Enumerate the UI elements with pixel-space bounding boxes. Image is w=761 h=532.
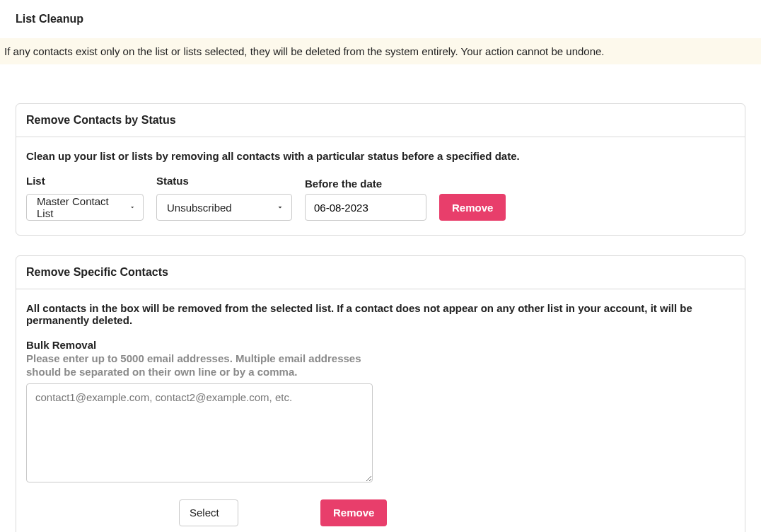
panel-body-status: Clean up your list or lists by removing … xyxy=(16,137,745,235)
page-title: List Cleanup xyxy=(0,0,761,38)
status-select-value: Unsubscribed xyxy=(167,202,232,214)
panel-header-status: Remove Contacts by Status xyxy=(16,104,745,137)
list-select-value: Master Contact List xyxy=(37,195,116,219)
bulk-actions-row: Select Remove xyxy=(179,499,735,526)
bulk-list-select[interactable]: Select xyxy=(179,499,238,526)
remove-by-status-button[interactable]: Remove xyxy=(439,194,506,221)
date-input[interactable] xyxy=(305,194,426,221)
date-field-group: Before the date xyxy=(305,178,426,221)
remove-specific-button[interactable]: Remove xyxy=(320,499,387,526)
status-select[interactable]: Unsubscribed xyxy=(156,194,292,221)
panel-remove-by-status: Remove Contacts by Status Clean up your … xyxy=(16,103,745,236)
caret-down-icon xyxy=(129,203,136,212)
bulk-removal-label: Bulk Removal xyxy=(26,339,735,351)
status-label: Status xyxy=(156,175,292,187)
status-form-row: List Master Contact List Status Unsubscr… xyxy=(26,175,735,221)
warning-banner: If any contacts exist only on the list o… xyxy=(0,38,761,64)
list-field-group: List Master Contact List xyxy=(26,175,144,221)
panel-body-specific: All contacts in the box will be removed … xyxy=(16,289,745,532)
caret-down-icon xyxy=(276,203,284,212)
content-area: Remove Contacts by Status Clean up your … xyxy=(0,64,761,532)
list-select[interactable]: Master Contact List xyxy=(26,194,144,221)
specific-description: All contacts in the box will be removed … xyxy=(26,302,735,326)
bulk-removal-hint: Please enter up to 5000 email addresses.… xyxy=(26,352,373,379)
list-label: List xyxy=(26,175,144,187)
panel-header-specific: Remove Specific Contacts xyxy=(16,256,745,289)
remove-button-group: Remove xyxy=(439,194,506,221)
status-description: Clean up your list or lists by removing … xyxy=(26,150,735,162)
panel-remove-specific: Remove Specific Contacts All contacts in… xyxy=(16,255,745,532)
date-label: Before the date xyxy=(305,178,426,190)
bulk-list-select-value: Select xyxy=(190,507,219,519)
bulk-emails-textarea[interactable] xyxy=(26,383,373,482)
status-field-group: Status Unsubscribed xyxy=(156,175,292,221)
